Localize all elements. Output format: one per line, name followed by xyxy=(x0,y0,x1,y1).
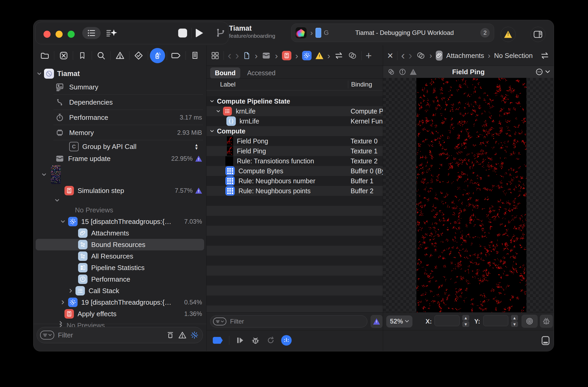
sidebar-item-bound-resources[interactable]: Bound Resources xyxy=(34,239,206,250)
sidebar-item-15-dispatchthreadgroups[interactable]: 15 [dispatchThreadgroups:{…7.03% xyxy=(34,216,206,227)
step-over-button[interactable] xyxy=(236,336,244,345)
sidebar-item-group-by-api-call[interactable]: CGroup by API Call▲▼ xyxy=(34,140,206,153)
y-stepper[interactable]: ▲▼ xyxy=(511,315,518,327)
table-row-rule-transiotions-function[interactable]: Rule: Transiotions functionTexture 2 xyxy=(206,156,383,166)
column-header-binding[interactable]: Binding xyxy=(351,81,372,88)
add-button[interactable]: + xyxy=(366,50,372,61)
minimize-window-button[interactable] xyxy=(56,31,63,38)
tray-icon[interactable] xyxy=(262,52,271,60)
venn-icon[interactable] xyxy=(387,68,395,76)
sidebar-item-performance[interactable]: Performance3.17 ms xyxy=(34,110,206,125)
sidebar-list-button[interactable] xyxy=(82,27,101,39)
refresh-button[interactable] xyxy=(266,336,275,345)
grid-icon[interactable] xyxy=(211,51,220,60)
filter-token-icon[interactable] xyxy=(213,318,226,325)
navigator-tab-report[interactable] xyxy=(187,48,203,63)
tree-row[interactable] xyxy=(34,196,206,204)
table-row-field-ping[interactable]: Field PingTexture 1 xyxy=(206,146,383,156)
navigator-tab-search[interactable] xyxy=(94,48,109,63)
navigator-tab-bookmark[interactable] xyxy=(75,48,90,63)
stepper-icon[interactable]: ▲▼ xyxy=(194,143,198,150)
texture-preview-image[interactable] xyxy=(416,78,526,312)
sidebar-item-thumb[interactable] xyxy=(34,164,206,185)
back-button[interactable]: ‹ xyxy=(401,50,405,61)
filter-token-icon[interactable] xyxy=(40,331,54,340)
close-button[interactable]: × xyxy=(387,51,393,61)
breadcrumb-item[interactable]: Attachments xyxy=(446,52,484,60)
table-row-compute-pipeline-state[interactable]: Compute Pipeline State xyxy=(206,96,383,106)
sidebar-item-attachments[interactable]: Attachments xyxy=(34,227,206,239)
play-button[interactable] xyxy=(196,29,203,37)
sidebar-item-19-dispatchthreadgroups[interactable]: 19 [dispatchThreadgroups:{…0.54% xyxy=(34,297,206,308)
y-coordinate-input[interactable] xyxy=(483,315,508,326)
dispatch-blue-icon[interactable] xyxy=(302,51,312,60)
stop-button[interactable] xyxy=(178,29,187,37)
bug-button[interactable] xyxy=(251,336,260,345)
sidebar-item-simulation-step[interactable]: Simulation step7.57%! xyxy=(34,185,206,196)
issue-count-badge[interactable]: 2 xyxy=(480,28,490,37)
disclosure-chevron[interactable] xyxy=(37,72,41,76)
scheme-selector[interactable]: › G Tiamat - Debugging GPU Workload 2 xyxy=(291,24,494,42)
breadcrumb-item[interactable]: No Selection xyxy=(494,52,533,60)
back-button[interactable]: ‹ xyxy=(228,50,231,61)
info-icon[interactable] xyxy=(399,68,406,76)
sidebar-item-memory[interactable]: Memory2.93 MiB xyxy=(34,125,206,140)
navigator-tab-capture[interactable] xyxy=(56,48,71,63)
column-divider[interactable] xyxy=(348,80,348,88)
sidebar-item-tiamat-root[interactable]: Tiamat xyxy=(34,68,206,79)
navigator-tab-folder[interactable] xyxy=(37,48,52,63)
forward-button[interactable]: › xyxy=(235,50,239,61)
table-row-rule-neughbours-points[interactable]: Rule: Neughbours pointsBuffer 2 xyxy=(206,186,383,196)
hide-bottom-bar-button[interactable] xyxy=(541,336,550,345)
sidebar-item-performance[interactable]: Performance xyxy=(34,273,206,285)
gauge-button[interactable] xyxy=(281,335,292,346)
ladybug-button[interactable] xyxy=(540,315,553,328)
disclosure-chevron[interactable] xyxy=(216,109,220,113)
chevron-down-icon[interactable] xyxy=(545,70,550,73)
file-icon[interactable] xyxy=(243,51,251,60)
sidebar-item-pipeline-statistics[interactable]: Pipeline Statistics xyxy=(34,262,206,273)
tab-accessed[interactable]: Accessed xyxy=(242,67,280,79)
disclosure-chevron[interactable] xyxy=(55,198,59,202)
warning-icon[interactable]: ! xyxy=(315,52,323,59)
table-row-krnlife[interactable]: krnLifeCompute Pipeline State xyxy=(206,106,383,116)
swap-icon[interactable] xyxy=(334,51,344,60)
sidebar-item-no-previews[interactable]: No Previews xyxy=(34,204,206,216)
ellipsis-circle-icon[interactable] xyxy=(535,68,543,76)
sidebar-item-frame-update[interactable]: Frame update22.95%! xyxy=(34,153,206,164)
close-window-button[interactable] xyxy=(43,31,51,38)
sidebar-item-dependencies[interactable]: Dependencies xyxy=(34,95,206,110)
navigator-tab-test-diamond[interactable] xyxy=(131,48,146,63)
x-stepper[interactable]: ▲▼ xyxy=(462,315,469,327)
dispatch-star-icon[interactable] xyxy=(190,331,198,339)
navigator-tab-spray-can[interactable] xyxy=(150,48,165,63)
ai-sparkle-button[interactable] xyxy=(104,27,119,39)
attachments-icon[interactable] xyxy=(436,51,443,61)
venn-icon[interactable] xyxy=(347,51,357,60)
column-header-label[interactable]: Label xyxy=(220,81,236,88)
warning-icon[interactable]: ! xyxy=(410,69,417,75)
sidebar-item-all-resources[interactable]: All Resources xyxy=(34,250,206,262)
tab-bound[interactable]: Bound xyxy=(210,67,240,79)
disclosure-chevron[interactable] xyxy=(61,300,65,304)
venn-icon[interactable] xyxy=(416,51,426,60)
disclosure-chevron[interactable] xyxy=(210,99,214,103)
toggle-right-sidebar-button[interactable] xyxy=(530,27,546,42)
warning-icon[interactable] xyxy=(178,331,186,339)
navigator-tab-warning[interactable] xyxy=(112,48,128,63)
x-coordinate-input[interactable] xyxy=(434,315,460,326)
table-row-krnlife[interactable]: krnLifeKernel Function xyxy=(206,116,383,126)
flatten-icon[interactable] xyxy=(166,331,174,339)
sidebar-item-apply-effects[interactable]: Apply effects1.36% xyxy=(34,308,206,320)
zoom-window-button[interactable] xyxy=(68,31,75,38)
disclosure-chevron[interactable] xyxy=(61,219,65,224)
table-row-compute[interactable]: Compute xyxy=(206,126,383,136)
disclosure-chevron[interactable] xyxy=(69,289,73,293)
navigator-tab-tag[interactable] xyxy=(168,48,184,63)
table-row-rule-neughbours-number[interactable]: Rule: Neughbours numberBuffer 1 xyxy=(206,176,383,186)
filter-warnings-button[interactable]: ! xyxy=(371,315,383,328)
table-row-compute-bytes[interactable]: Compute BytesBuffer 0 (Bytes) xyxy=(206,166,383,176)
forward-button[interactable]: › xyxy=(409,50,412,61)
zoom-dropdown[interactable]: 52% xyxy=(386,315,412,327)
disclosure-chevron[interactable] xyxy=(210,129,214,133)
